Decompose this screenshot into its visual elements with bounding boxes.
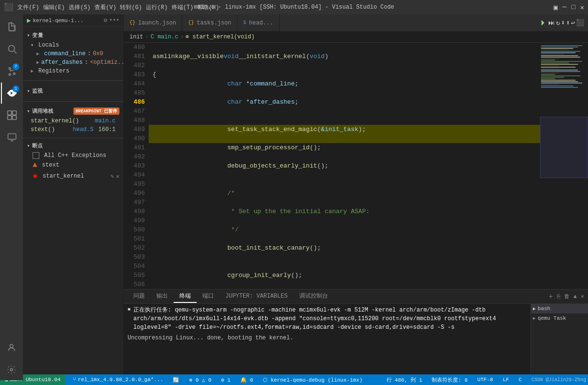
panel-tab-ports[interactable]: 端口 [197, 290, 220, 303]
sb-sync[interactable]: 🔄 [171, 377, 181, 383]
panel-tab-problems[interactable]: 问题 [128, 290, 151, 303]
panel-tab-jupyter[interactable]: JUPYTER: VARIABLES [220, 291, 294, 302]
sb-git[interactable]: ⑂ rel_imx_4.9.88_2.0.0_ga*... [71, 377, 165, 383]
source-control-icon[interactable]: 7 [1, 60, 22, 82]
disconnect-btn[interactable]: ⬛ [576, 19, 584, 27]
terminal-command: 正在执行任务: qemu-system-arm -nographic -mach… [133, 306, 527, 332]
line-col-label: 行 486, 列 1 [387, 376, 423, 384]
menu-goto[interactable]: 转到(G) [120, 3, 142, 12]
debug-run-icon[interactable]: 1 [1, 83, 22, 104]
extensions-icon[interactable] [1, 105, 22, 126]
sb-errors[interactable]: ⊗ 0 △ 0 [187, 377, 213, 383]
close-btn[interactable]: ✕ [580, 3, 584, 12]
debug-config-btn[interactable]: ⚙ [104, 17, 107, 24]
layout-icon[interactable]: ▣ [553, 3, 557, 12]
bp-remove-icon[interactable]: ✕ [116, 173, 119, 180]
kill-terminal-btn[interactable]: 🗑 [564, 293, 570, 300]
sb-eol[interactable]: LF [501, 377, 511, 383]
svg-rect-6 [8, 134, 16, 140]
var-after-dashes[interactable]: ▶ after_dashes : <optimiz... [23, 58, 123, 67]
callstack-header[interactable]: ▾ 调用堆栈 breakpoint 已暂停 [23, 106, 123, 117]
menu-edit[interactable]: 编辑(E) [43, 3, 65, 12]
account-icon[interactable] [1, 337, 22, 358]
breakpoints-header[interactable]: ▾ 断点 [23, 140, 123, 151]
bp-all-cpp[interactable]: All C++ Exceptions [23, 151, 123, 160]
editor-main: {} launch.json {} tasks.json S head... ⏵… [124, 14, 588, 385]
terminal-cmd-line: ■ 正在执行任务: qemu-system-arm -nographic -ma… [128, 306, 527, 332]
sb-msg[interactable]: 🔔 0 [238, 377, 255, 383]
add-terminal-btn[interactable]: + [549, 293, 553, 301]
close-panel-btn[interactable]: ✕ [581, 293, 584, 300]
bash-label: bash [538, 306, 550, 312]
code-line-483: char *command_line; [149, 79, 540, 97]
breadcrumb: init › C main.c › ⊕ start_kernel(void) [124, 31, 588, 43]
menu-run[interactable]: 运行(R) [146, 3, 168, 12]
config-name[interactable]: kernel-qemu-i... [33, 18, 102, 24]
sb-debug[interactable]: ⬡ kernel-qemu-debug (linux-imx) [261, 377, 365, 383]
restart-btn[interactable]: ⬆ [566, 19, 570, 27]
remote-explorer-icon[interactable] [1, 127, 22, 148]
menu-view[interactable]: 查看(V) [94, 3, 117, 12]
step-out-btn[interactable]: ⬇ [561, 19, 565, 27]
bc-init[interactable]: init [129, 34, 143, 40]
panel-tab-terminal[interactable]: 终端 [174, 290, 197, 303]
run-btn[interactable]: ▶ [27, 16, 31, 24]
menu-terminal[interactable]: 终端(T) [172, 3, 194, 12]
bp-start-kernel[interactable]: ● start_kernel ✎ ✕ [23, 170, 123, 182]
minimap-content [540, 43, 588, 90]
qemu-label: qemu Task [538, 315, 566, 321]
tab-head[interactable]: S head... [237, 14, 279, 31]
sb-language[interactable]: C [517, 377, 524, 383]
debug-badge: 1 [12, 85, 19, 92]
svg-rect-4 [8, 116, 12, 120]
explorer-icon[interactable] [1, 16, 22, 37]
maximize-panel-btn[interactable]: ▲ [574, 293, 577, 300]
search-icon[interactable] [1, 38, 22, 60]
bash-terminal[interactable]: ▶ bash [531, 304, 588, 313]
sb-ref[interactable]: ⚙ 1 [219, 377, 233, 383]
watch-section: ▾ 监视 [23, 83, 123, 99]
watch-header[interactable]: ▾ 监视 [23, 85, 123, 96]
qemu-terminal[interactable]: ▶ qemu Task [531, 313, 588, 323]
bc-mainc[interactable]: C main.c [151, 34, 178, 40]
code-line-492: */ [149, 225, 540, 243]
registers-item[interactable]: ▶ Registers [23, 67, 123, 75]
more-btn[interactable]: ••• [109, 17, 119, 24]
panel-content[interactable]: ■ 正在执行任务: qemu-system-arm -nographic -ma… [124, 304, 530, 385]
settings-icon[interactable] [1, 359, 22, 380]
tab-launch-json[interactable]: {} launch.json [124, 14, 182, 31]
maximize-btn[interactable]: □ [571, 3, 575, 11]
split-terminal-btn[interactable]: ⎘ [557, 293, 560, 300]
callstack-item-1[interactable]: stext() head.S 160:1 [23, 125, 123, 134]
tab-tasks-json[interactable]: {} tasks.json [182, 14, 237, 31]
variables-header[interactable]: ▾ 变量 [23, 30, 123, 41]
code-editor[interactable]: 480 481 482 483 484 485 486 487 488 489 … [124, 43, 588, 289]
debug-toolbar: ▶ kernel-qemu-i... ⚙ ••• [23, 14, 123, 27]
code-line-488: debug_objects_early_init(); [149, 161, 540, 180]
panel-tab-output[interactable]: 输出 [151, 290, 174, 303]
menu-select[interactable]: 选择(S) [69, 3, 91, 12]
code-line-487: smp_setup_processor_id(); [149, 143, 540, 161]
menu-file[interactable]: 文件(F) [17, 3, 39, 12]
var-command-line[interactable]: ▶ command_line : 0x0 [23, 49, 123, 58]
step-over-btn[interactable]: ⏭ [548, 19, 555, 27]
breakpoints-section: ▾ 断点 All C++ Exceptions ▲ stext ● start_… [23, 140, 123, 377]
panel-tab-debug-console[interactable]: 调试控制台 [294, 290, 334, 303]
bp-stext[interactable]: ▲ stext [23, 160, 123, 170]
minimize-btn[interactable]: ─ [563, 3, 566, 11]
ref-label: ⚙ 1 [221, 377, 231, 383]
callstack-item-0[interactable]: start_kernel() main.c [23, 117, 123, 125]
terminal-tabs-right: ▶ bash ▶ qemu Task [530, 304, 588, 385]
locals-header[interactable]: ▾ Locals [23, 41, 123, 49]
stop-btn[interactable]: ↩ [571, 19, 575, 27]
qemu-icon: ▶ [533, 315, 536, 321]
pause-continue-btn[interactable]: ⏵ [540, 18, 547, 27]
bp-edit-icon[interactable]: ✎ [111, 173, 114, 180]
bc-fn[interactable]: ⊕ start_kernel(void) [186, 33, 255, 40]
sb-line-col[interactable]: 行 486, 列 1 [385, 376, 424, 384]
step-into-btn[interactable]: ↻ [556, 19, 560, 27]
sb-tabsize[interactable]: 制表符长度: 8 [430, 376, 470, 384]
sb-encoding[interactable]: UTF-8 [475, 377, 495, 383]
code-content[interactable]: asmlinkage __visible void __init start_k… [149, 43, 540, 289]
minimap [540, 43, 588, 289]
